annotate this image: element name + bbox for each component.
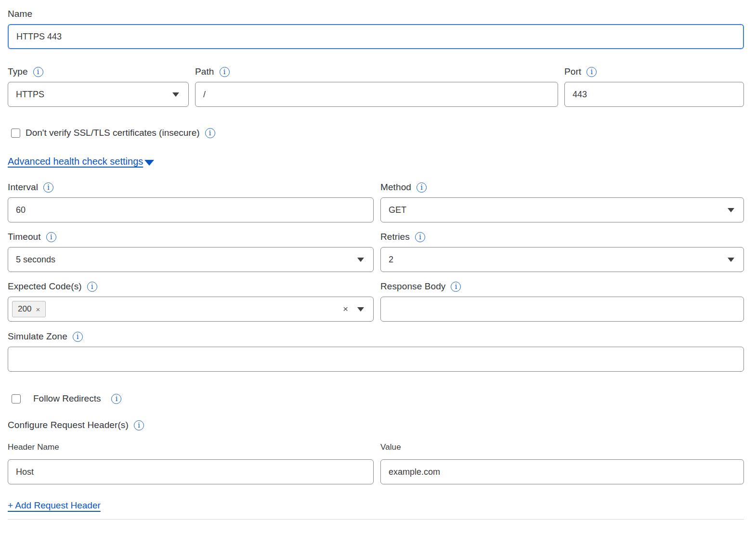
header-value-field: Value	[380, 442, 744, 484]
response-body-input[interactable]	[380, 297, 744, 322]
retries-select[interactable]: 2	[380, 247, 744, 272]
method-select-value: GET	[389, 205, 406, 215]
tag-remove-icon[interactable]: ×	[36, 306, 40, 313]
method-field: Method i GET	[380, 182, 744, 222]
path-field: Path i	[195, 66, 558, 107]
retries-info-icon[interactable]: i	[415, 232, 425, 242]
method-info-icon[interactable]: i	[417, 182, 427, 193]
header-name-label: Header Name	[8, 442, 59, 452]
follow-redirects-info-icon[interactable]: i	[111, 394, 121, 404]
chevron-down-icon	[172, 92, 179, 97]
header-name-input[interactable]	[8, 459, 374, 484]
name-input[interactable]	[8, 24, 744, 49]
header-value-label: Value	[380, 442, 401, 452]
verify-ssl-checkbox[interactable]	[11, 129, 20, 138]
advanced-settings-link[interactable]: Advanced health check settings	[8, 156, 143, 167]
verify-ssl-label: Don't verify SSL/TLS certificates (insec…	[26, 128, 200, 138]
follow-redirects-label: Follow Redirects	[33, 393, 101, 404]
request-headers-info-icon[interactable]: i	[134, 420, 144, 430]
timeout-select-value: 5 seconds	[16, 255, 55, 265]
expected-codes-label: Expected Code(s)	[8, 281, 82, 292]
interval-info-icon[interactable]: i	[43, 182, 53, 193]
name-field: Name	[8, 9, 744, 49]
timeout-retries-row: Timeout i 5 seconds Retries i 2	[8, 232, 744, 272]
port-input[interactable]	[564, 82, 744, 107]
section-divider	[8, 519, 744, 520]
header-name-field: Header Name	[8, 442, 374, 484]
port-label: Port	[564, 66, 581, 77]
type-select[interactable]: HTTPS	[8, 82, 189, 107]
request-headers-title: Configure Request Header(s)	[8, 420, 129, 430]
chevron-down-icon	[357, 258, 364, 262]
chevron-down-icon	[728, 208, 734, 212]
interval-field: Interval i	[8, 182, 374, 222]
type-path-port-row: Type i HTTPS Path i Port i	[8, 66, 744, 107]
expected-codes-multiselect[interactable]: 200 × ×	[8, 297, 374, 322]
request-headers-title-row: Configure Request Header(s) i	[8, 420, 744, 430]
follow-redirects-row: Follow Redirects i	[12, 393, 744, 404]
response-body-field: Response Body i	[380, 281, 744, 322]
code-tag: 200 ×	[12, 301, 46, 317]
timeout-info-icon[interactable]: i	[46, 232, 56, 242]
type-info-icon[interactable]: i	[33, 67, 43, 77]
codes-body-row: Expected Code(s) i 200 × × Response Body…	[8, 281, 744, 322]
interval-label: Interval	[8, 182, 38, 193]
response-body-label: Response Body	[380, 281, 445, 292]
method-label: Method	[380, 182, 411, 193]
interval-input[interactable]	[8, 197, 374, 222]
path-input[interactable]	[195, 82, 558, 107]
type-field: Type i HTTPS	[8, 66, 189, 107]
retries-field: Retries i 2	[380, 232, 744, 272]
type-select-value: HTTPS	[16, 90, 44, 100]
health-check-form: Name Type i HTTPS Path i Port i	[8, 0, 744, 520]
name-label: Name	[8, 9, 32, 19]
retries-select-value: 2	[389, 255, 393, 265]
simulate-zone-label: Simulate Zone	[8, 331, 67, 342]
simulate-zone-info-icon[interactable]: i	[73, 332, 83, 342]
retries-label: Retries	[380, 232, 410, 242]
verify-ssl-row: Don't verify SSL/TLS certificates (insec…	[11, 128, 744, 138]
header-value-input[interactable]	[380, 459, 744, 484]
path-info-icon[interactable]: i	[220, 67, 230, 77]
method-select[interactable]: GET	[380, 197, 744, 222]
interval-method-row: Interval i Method i GET	[8, 182, 744, 222]
expected-codes-field: Expected Code(s) i 200 × ×	[8, 281, 374, 322]
simulate-zone-field: Simulate Zone i	[8, 331, 744, 372]
simulate-zone-input[interactable]	[8, 347, 744, 372]
clear-all-icon[interactable]: ×	[343, 304, 348, 313]
chevron-down-icon	[357, 307, 364, 312]
advanced-settings-toggle[interactable]: Advanced health check settings	[8, 156, 154, 167]
timeout-field: Timeout i 5 seconds	[8, 232, 374, 272]
header-row: Header Name Value	[8, 442, 744, 484]
response-body-info-icon[interactable]: i	[451, 282, 461, 292]
path-label: Path	[195, 66, 214, 77]
port-field: Port i	[564, 66, 744, 107]
expected-codes-info-icon[interactable]: i	[87, 282, 97, 292]
timeout-select[interactable]: 5 seconds	[8, 247, 374, 272]
add-request-header-link[interactable]: + Add Request Header	[8, 500, 101, 511]
verify-ssl-info-icon[interactable]: i	[205, 128, 215, 138]
chevron-down-icon	[728, 258, 734, 262]
type-label: Type	[8, 66, 28, 77]
caret-down-icon	[144, 160, 154, 166]
code-tag-value: 200	[18, 304, 31, 314]
port-info-icon[interactable]: i	[587, 67, 597, 77]
timeout-label: Timeout	[8, 232, 41, 242]
follow-redirects-checkbox[interactable]	[12, 394, 21, 403]
